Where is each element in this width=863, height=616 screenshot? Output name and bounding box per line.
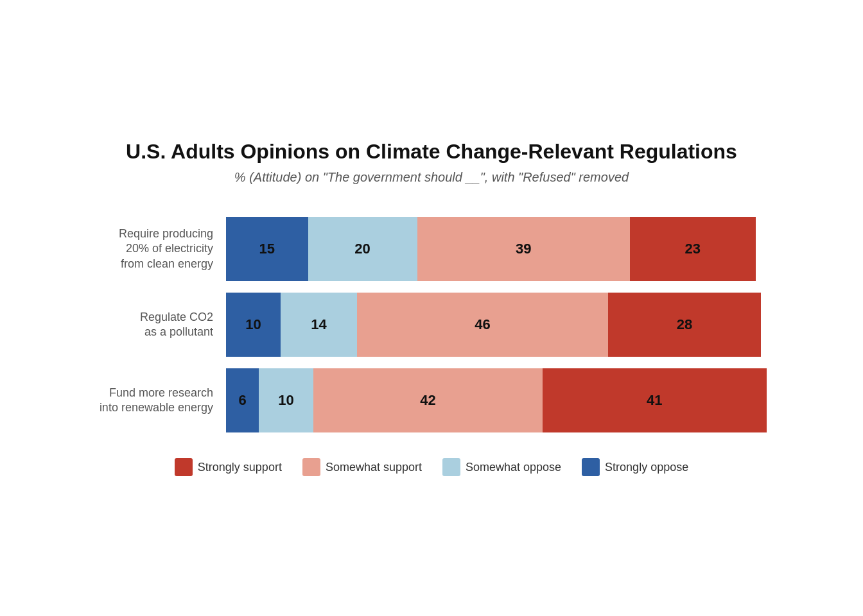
legend-swatch-strongly-support bbox=[175, 458, 193, 476]
bar-segment-strongly-oppose: 15 bbox=[226, 217, 308, 281]
bar-row: Regulate CO2as a pollutant10144628 bbox=[91, 293, 772, 357]
bar-label: Regulate CO2as a pollutant bbox=[91, 310, 226, 340]
bar-row: Require producing20% of electricityfrom … bbox=[91, 217, 772, 281]
bar-label: Require producing20% of electricityfrom … bbox=[91, 227, 226, 271]
legend-label-somewhat-oppose: Somewhat oppose bbox=[466, 461, 561, 474]
legend-item-somewhat-support: Somewhat support bbox=[302, 458, 422, 476]
bar-segment-somewhat-support: 46 bbox=[357, 293, 608, 357]
legend-label-somewhat-support: Somewhat support bbox=[326, 461, 422, 474]
legend-item-strongly-oppose: Strongly oppose bbox=[582, 458, 688, 476]
chart-title: U.S. Adults Opinions on Climate Change-R… bbox=[91, 140, 772, 164]
bar-segment-somewhat-oppose: 20 bbox=[308, 217, 417, 281]
bar-segment-strongly-oppose: 6 bbox=[226, 368, 259, 432]
legend: Strongly supportSomewhat supportSomewhat… bbox=[91, 458, 772, 476]
legend-label-strongly-support: Strongly support bbox=[198, 461, 282, 474]
bar-segment-strongly-support: 41 bbox=[543, 368, 767, 432]
legend-item-somewhat-oppose: Somewhat oppose bbox=[442, 458, 561, 476]
bar-segment-strongly-support: 28 bbox=[608, 293, 761, 357]
bar-track: 15203923 bbox=[226, 217, 772, 281]
chart-subtitle: % (Attitude) on "The government should _… bbox=[91, 170, 772, 185]
legend-swatch-somewhat-support bbox=[302, 458, 320, 476]
bar-segment-strongly-oppose: 10 bbox=[226, 293, 281, 357]
bar-segment-strongly-support: 23 bbox=[630, 217, 756, 281]
bar-track: 6104241 bbox=[226, 368, 772, 432]
legend-label-strongly-oppose: Strongly oppose bbox=[605, 461, 688, 474]
bar-row: Fund more researchinto renewable energy6… bbox=[91, 368, 772, 432]
chart-container: U.S. Adults Opinions on Climate Change-R… bbox=[78, 114, 785, 502]
legend-swatch-somewhat-oppose bbox=[442, 458, 460, 476]
legend-swatch-strongly-oppose bbox=[582, 458, 600, 476]
bar-track: 10144628 bbox=[226, 293, 772, 357]
legend-item-strongly-support: Strongly support bbox=[175, 458, 282, 476]
bar-segment-somewhat-oppose: 10 bbox=[259, 368, 313, 432]
bar-segment-somewhat-support: 39 bbox=[417, 217, 631, 281]
bar-segment-somewhat-support: 42 bbox=[313, 368, 543, 432]
chart-area: Require producing20% of electricityfrom … bbox=[91, 217, 772, 432]
bar-segment-somewhat-oppose: 14 bbox=[281, 293, 357, 357]
bar-label: Fund more researchinto renewable energy bbox=[91, 386, 226, 416]
